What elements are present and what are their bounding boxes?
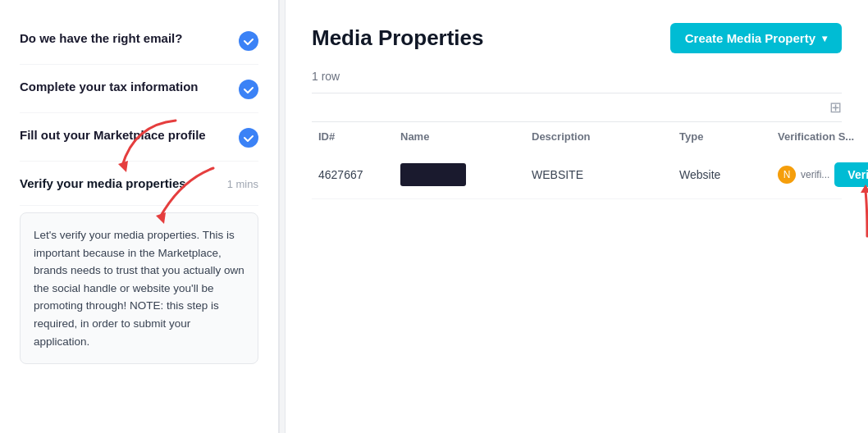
sidebar-item-tax[interactable]: Complete your tax information <box>20 65 258 113</box>
verify-tooltip-text: Let's verify your media properties. This… <box>34 229 244 348</box>
verify-tooltip: Let's verify your media properties. This… <box>20 212 258 364</box>
col-header-name: Name <box>394 122 525 151</box>
media-properties-table: ⊞ ID# Name Description Type Verification… <box>312 93 842 199</box>
sidebar-item-email[interactable]: Do we have the right email? <box>20 16 258 65</box>
svg-marker-1 <box>156 212 166 224</box>
row-count: 1 row <box>312 70 842 83</box>
col-header-type: Type <box>673 122 771 151</box>
cell-name <box>394 152 525 198</box>
main-header: Media Properties Create Media Property ▾ <box>312 23 842 53</box>
email-check-icon <box>239 31 258 51</box>
sidebar-item-verify[interactable]: Verify your media properties 1 mins <box>20 162 258 206</box>
columns-icon[interactable]: ⊞ <box>829 98 842 116</box>
tax-check-icon <box>239 80 258 99</box>
sidebar-item-marketplace[interactable]: Fill out your Marketplace profile <box>20 113 258 162</box>
col-header-description: Description <box>525 122 673 151</box>
redacted-name <box>400 163 466 186</box>
chevron-down-icon: ▾ <box>822 33 827 44</box>
cell-description: WEBSITE <box>525 157 673 193</box>
sidebar-item-verify-container: Verify your media properties 1 mins Let'… <box>20 162 258 364</box>
sidebar-divider <box>279 0 286 433</box>
sidebar-item-marketplace-label: Fill out your Marketplace profile <box>20 126 206 144</box>
svg-marker-0 <box>118 161 128 172</box>
sidebar-item-email-label: Do we have the right email? <box>20 30 182 47</box>
table-header-row: ID# Name Description Type Verification S… <box>312 122 842 151</box>
sidebar-item-verify-meta: 1 mins <box>227 178 258 190</box>
create-media-property-button[interactable]: Create Media Property ▾ <box>670 23 842 53</box>
sidebar-item-tax-label: Complete your tax information <box>20 78 199 95</box>
sidebar: Do we have the right email? Complete you… <box>0 0 279 433</box>
cell-verification: N verifi... Verify <box>771 151 868 198</box>
table-row: 4627667 WEBSITE Website N verifi... Veri… <box>312 151 842 199</box>
verification-status-text: verifi... <box>801 169 829 180</box>
svg-marker-2 <box>861 185 868 193</box>
sidebar-item-verify-label: Verify your media properties <box>20 175 186 192</box>
main-content: Media Properties Create Media Property ▾… <box>286 0 868 433</box>
cell-type: Website <box>673 157 771 193</box>
page-title: Media Properties <box>312 25 484 51</box>
col-header-id: ID# <box>312 122 394 151</box>
marketplace-check-icon <box>239 128 258 148</box>
red-arrow-3-icon <box>843 183 868 240</box>
verification-status-icon: N <box>778 166 796 184</box>
verify-button[interactable]: Verify <box>834 162 868 187</box>
cell-id: 4627667 <box>312 157 394 193</box>
col-header-verification: Verification S... <box>771 122 868 151</box>
